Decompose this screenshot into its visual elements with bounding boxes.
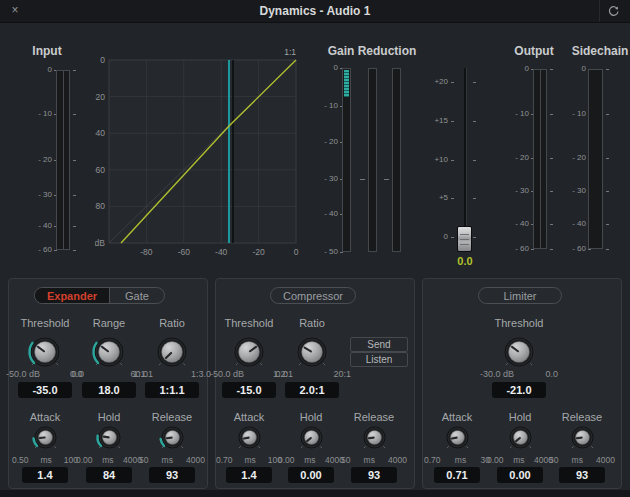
threshold-value[interactable]: -15.0 [222,382,276,398]
graph-x-tick: 0 [294,247,299,257]
tab-expander[interactable]: Expander [35,288,109,303]
ratio-knob[interactable] [152,332,192,372]
make-up-handle-grip [460,244,469,245]
attack-value[interactable]: 1.4 [22,467,68,483]
output-meter-divider [540,70,541,248]
make-up-tick: +5 [414,193,448,203]
hold-knob-dial[interactable] [295,421,328,454]
hold-value[interactable]: 0.00 [288,467,334,483]
release-knob-dial[interactable] [358,421,391,454]
hold-unit: ms [304,455,315,465]
compressor-panel: CompressorSendListenThreshold-50.0 dB0.0… [215,278,415,489]
output-tick: - 30 [493,186,529,196]
graph-y-tick: -60 [95,165,105,175]
output-tick: - 20 [493,153,529,163]
attack-value[interactable]: 1.4 [226,467,272,483]
make-up-value[interactable]: 0.0 [440,255,490,267]
attack-unit: ms [455,455,466,465]
input-tick: - 20 [16,155,52,165]
make-up-tick: +15 [414,116,448,126]
send-button[interactable]: Send [350,337,408,352]
attack-knob-dial[interactable] [441,421,474,454]
expander-panel: ExpanderGateThreshold-50.0 dB0.0-35.0Ran… [8,278,208,489]
ratio-label: Ratio [132,317,212,329]
threshold-knob-dial[interactable] [499,332,539,372]
release-knob-dial[interactable] [156,421,189,454]
threshold-value[interactable]: -35.0 [18,382,72,398]
compressor-header-button[interactable]: Compressor [270,287,356,304]
gain_reduction-meter-fill [344,70,349,97]
release-knob[interactable] [358,421,391,454]
hold-value[interactable]: 84 [86,467,132,483]
threshold-value[interactable]: -21.0 [492,382,546,398]
reset-button[interactable] [599,0,626,22]
hold-knob[interactable] [295,421,328,454]
ratio-label: Ratio [272,317,352,329]
release-knob[interactable] [156,421,189,454]
make-up-tick-mark [473,160,476,161]
input-tick-mark [73,250,76,251]
ratio-knob-dial[interactable] [292,332,332,372]
make-up-handle-grip [460,239,469,240]
ratio-value[interactable]: 1:1.1 [145,382,199,398]
output-tick: - 10 [493,109,529,119]
threshold-knob[interactable] [25,332,65,372]
attack-min: 0.70 [216,455,233,465]
hold-knob[interactable] [504,421,537,454]
range-knob[interactable] [89,332,129,372]
attack-value[interactable]: 0.71 [434,467,480,483]
graph-y-tick: -80 [95,201,105,211]
release-min: 50 [341,455,350,465]
ratio-knob[interactable] [292,332,332,372]
input-label: Input [17,44,77,58]
output-tick: 0 [493,64,529,74]
sidechain-tick: - 10 [550,109,586,119]
range-value[interactable]: 18.0 [82,382,136,398]
ratio-value[interactable]: 2.0:1 [285,382,339,398]
threshold-knob[interactable] [229,332,269,372]
graph-ratio-label: 1:1 [284,47,296,57]
release-range-labels: 50ms4000 [549,455,615,465]
attack-knob-dial[interactable] [29,421,62,454]
hold-knob-dial[interactable] [504,421,537,454]
hold-knob-dial[interactable] [93,421,126,454]
hold-knob[interactable] [93,421,126,454]
release-knob-dial[interactable] [566,421,599,454]
listen-button[interactable]: Listen [350,352,408,367]
make-up-tick-mark [451,237,454,238]
ratio-knob-dial[interactable] [152,332,192,372]
attack-knob[interactable] [441,421,474,454]
threshold-knob[interactable] [499,332,539,372]
attack-knob[interactable] [29,421,62,454]
release-knob[interactable] [566,421,599,454]
attack-unit: ms [245,455,256,465]
graph-y-tick: -40 [95,128,105,138]
attack-knob-dial[interactable] [233,421,266,454]
make-up-slider-handle[interactable] [457,226,472,252]
threshold-knob-dial[interactable] [229,332,269,372]
gain_reduction-tick: 0 [302,63,338,73]
limiter-header-button[interactable]: Limiter [478,287,562,304]
threshold-knob-dial[interactable] [25,332,65,372]
release-max: 4000 [596,455,615,465]
attack-knob[interactable] [233,421,266,454]
release-value[interactable]: 93 [149,467,195,483]
range-knob-dial[interactable] [89,332,129,372]
sidechain-tick: - 30 [550,186,586,196]
graph-x-tick: -60 [178,247,191,257]
hold-value[interactable]: 0.00 [497,467,543,483]
release-unit: ms [162,455,173,465]
threshold-range-labels: -30.0 dB0.0 [480,369,558,379]
release-value[interactable]: 93 [351,467,397,483]
hold-range-labels: 0.00ms4000 [76,455,142,465]
gain_reduction-tick: - 10 [302,101,338,111]
graph-db-label: dB [95,238,105,248]
make-up-tick: +20 [414,77,448,87]
release-value[interactable]: 93 [559,467,605,483]
tab-gate[interactable]: Gate [109,288,164,303]
input-tick-mark [54,250,57,251]
attack-range-labels: 0.70ms30 [424,455,490,465]
make-up-slider-track [464,68,467,250]
sidechain-meter-bar [588,69,603,249]
hold-range-labels: 0.00ms4000 [487,455,553,465]
